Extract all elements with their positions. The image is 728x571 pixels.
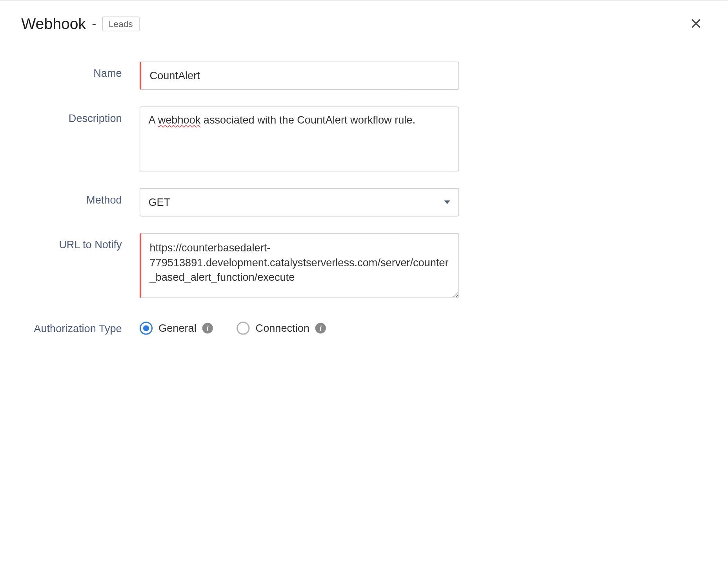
radio-icon — [140, 322, 153, 335]
method-value: GET — [149, 196, 171, 209]
description-input[interactable]: A webhook associated with the CountAlert… — [140, 106, 459, 171]
radio-icon — [237, 322, 249, 335]
url-input[interactable] — [140, 233, 459, 298]
info-icon[interactable]: i — [202, 323, 213, 333]
info-icon[interactable]: i — [315, 323, 326, 333]
auth-radio-general[interactable]: General i — [140, 322, 213, 335]
module-tag[interactable]: Leads — [102, 16, 139, 31]
webhook-form: Name Description A webhook associated wi… — [0, 38, 728, 364]
label-url: URL to Notify — [21, 233, 140, 251]
parameter-sections: URL Parameters Module Parameters Add par… — [0, 364, 728, 376]
row-auth-type: Authorization Type General i Connection … — [21, 317, 706, 335]
auth-connection-label: Connection — [256, 322, 309, 335]
page-title: Webhook — [21, 15, 86, 33]
title-separator: - — [92, 16, 96, 31]
name-input[interactable] — [140, 62, 459, 90]
row-description: Description A webhook associated with th… — [21, 106, 706, 171]
auth-general-label: General — [158, 322, 197, 335]
chevron-down-icon — [444, 200, 450, 204]
label-method: Method — [21, 188, 140, 207]
auth-radio-group: General i Connection i — [140, 317, 459, 335]
label-name: Name — [21, 62, 140, 80]
row-name: Name — [21, 62, 706, 90]
method-select[interactable]: GET — [140, 188, 459, 216]
panel-header: Webhook - Leads ✕ — [0, 0, 728, 38]
label-auth-type: Authorization Type — [21, 317, 140, 335]
row-method: Method GET — [21, 188, 706, 216]
label-description: Description — [21, 106, 140, 125]
auth-radio-connection[interactable]: Connection i — [237, 322, 326, 335]
webhook-panel: Webhook - Leads ✕ Name Description A web… — [0, 0, 728, 376]
close-icon[interactable]: ✕ — [686, 15, 706, 33]
row-url: URL to Notify — [21, 233, 706, 300]
